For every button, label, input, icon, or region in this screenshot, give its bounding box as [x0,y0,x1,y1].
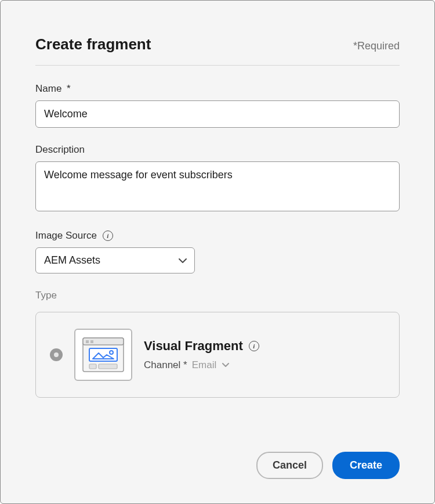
type-radio[interactable] [50,348,63,361]
image-source-label: Image Source [35,230,97,242]
image-source-select[interactable]: AEM Assets [35,247,195,273]
dialog-title: Create fragment [35,35,151,53]
visual-fragment-icon [74,329,132,381]
channel-selector: Channel * Email [144,359,385,371]
type-option-visual-fragment[interactable]: Visual Fragment i Channel * Email [35,312,400,398]
dialog-header: Create fragment *Required [35,35,400,66]
required-hint: *Required [353,40,400,52]
dialog-footer: Cancel Create [256,452,400,479]
type-option-title: Visual Fragment [144,339,243,354]
svg-rect-1 [83,338,124,345]
image-source-select-button[interactable]: AEM Assets [35,247,195,273]
svg-rect-7 [99,364,117,369]
description-input[interactable] [35,161,400,211]
channel-label: Channel * [144,359,187,371]
svg-rect-3 [90,340,93,343]
svg-rect-2 [86,340,89,343]
info-icon[interactable]: i [103,231,113,241]
type-details: Visual Fragment i Channel * Email [144,339,385,371]
chevron-down-icon [222,363,229,368]
name-label-text: Name [35,83,61,94]
name-input[interactable] [35,100,400,128]
description-label: Description [35,144,400,156]
info-icon[interactable]: i [249,341,259,351]
cancel-button[interactable]: Cancel [256,452,323,479]
create-fragment-dialog: Create fragment *Required Name * Descrip… [0,0,435,504]
create-button[interactable]: Create [332,452,400,479]
type-label: Type [35,290,400,301]
channel-value-text: Email [192,359,217,371]
description-field-group: Description [35,144,400,214]
channel-dropdown[interactable]: Email [192,359,230,371]
svg-rect-6 [89,364,96,369]
name-required-asterisk: * [67,83,71,94]
type-field-group: Type Visual [35,290,400,398]
name-field-group: Name * [35,83,400,128]
name-label: Name * [35,83,400,95]
image-source-field-group: Image Source i AEM Assets [35,230,400,273]
